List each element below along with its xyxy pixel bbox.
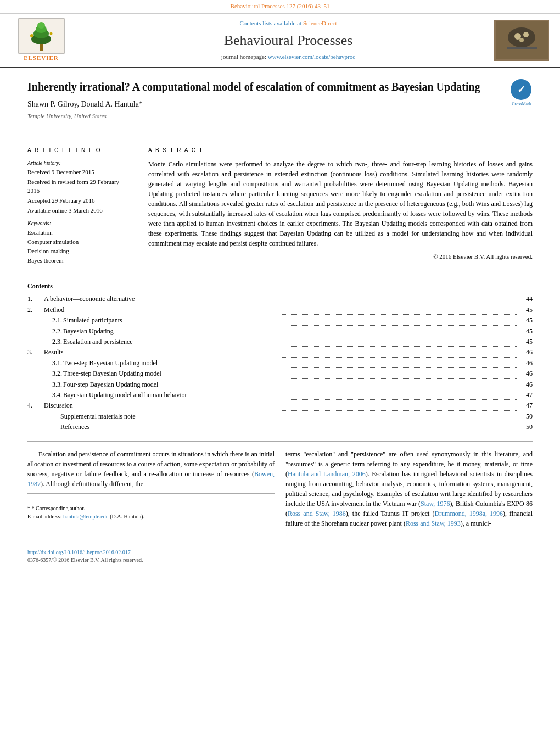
footnote-area: ___________ * * Corresponding author. E-…	[27, 493, 275, 521]
contents-item-3-3: 3.3. Four-step Bayesian Updating model 4…	[27, 380, 533, 389]
issn-notice: 0376-6357/© 2016 Elsevier B.V. All right…	[27, 556, 533, 565]
contents-title: Contents	[27, 282, 533, 291]
article-title: Inherently irrational? A computational m…	[27, 79, 502, 94]
ross-staw-86-ref[interactable]: Ross and Staw, 1986	[288, 510, 346, 517]
svg-point-5	[37, 22, 45, 29]
ross-staw-93-ref[interactable]: Ross and Staw, 1993	[406, 520, 461, 527]
copyright-notice: © 2016 Elsevier B.V. All rights reserved…	[148, 253, 533, 261]
crossmark-logo[interactable]: ✓ CrossMark	[511, 79, 533, 101]
contents-item-3-4: 3.4. Bayesian Updating model and human b…	[27, 390, 533, 400]
svg-point-7	[49, 32, 52, 35]
contents-item-2-3: 2.3. Escalation and persistence 45	[27, 337, 533, 347]
contents-item-3-2: 3.2. Three-step Bayesian Updating model …	[27, 369, 533, 378]
elsevier-logo: ELSEVIER	[11, 18, 71, 63]
body-left-para: Escalation and persistence of commitment…	[27, 449, 275, 489]
footnote-line: ___________	[27, 496, 275, 504]
contents-item-1: 1. A behavior—economic alternative 44	[27, 294, 533, 304]
contents-link: Contents lists available at ScienceDirec…	[82, 19, 494, 28]
article-content: Inherently irrational? A computational m…	[0, 68, 560, 544]
abstract-text: Monte Carlo simulations were performed t…	[148, 159, 533, 248]
contents-item-references: References 50	[27, 422, 533, 432]
homepage-link[interactable]: www.elsevier.com/locate/behavproc	[268, 53, 355, 60]
svg-point-12	[523, 32, 529, 37]
svg-rect-1	[40, 44, 43, 51]
contents-item-2: 2. Method 45	[27, 305, 533, 315]
journal-title: Behavioural Processes	[82, 30, 494, 51]
keyword-1: Escalation	[27, 228, 128, 237]
topbar-text: Behavioural Processes 127 (2016) 43–51	[231, 3, 330, 9]
accepted-date: Accepted 29 February 2016	[27, 197, 128, 205]
article-info-abstract: A R T I C L E I N F O Article history: R…	[27, 140, 533, 266]
svg-point-13	[519, 38, 524, 42]
contents-item-3-1: 3.1. Two-step Bayesian Updating model 46	[27, 359, 533, 368]
contents-item-4: 4. Discussion 47	[27, 401, 533, 410]
drummond-ref[interactable]: Drummond, 1998a, 1996	[434, 510, 503, 517]
email-link[interactable]: hantula@temple.edu	[63, 514, 109, 520]
article-title-section: Inherently irrational? A computational m…	[27, 79, 533, 133]
svg-rect-14	[507, 47, 537, 49]
contents-item-3: 3. Results 46	[27, 348, 533, 357]
elsevier-label: ELSEVIER	[24, 54, 59, 63]
hantula-ref[interactable]: Hantula and Landman, 2006	[288, 470, 366, 478]
journal-homepage: journal homepage: www.elsevier.com/locat…	[82, 53, 494, 62]
email-footnote: E-mail address: hantula@temple.edu (D.A.…	[27, 512, 275, 521]
journal-cover-icon	[496, 21, 548, 59]
sciencedirect-link[interactable]: ScienceDirect	[303, 20, 337, 26]
contents-section: Contents 1. A behavior—economic alternat…	[27, 275, 533, 432]
body-text-columns: Escalation and persistence of commitment…	[27, 441, 533, 533]
elsevier-tree-icon	[18, 18, 65, 54]
history-label: Article history:	[27, 159, 128, 168]
available-date: Available online 3 March 2016	[27, 207, 128, 215]
doi-link[interactable]: http://dx.doi.org/10.1016/j.beproc.2016.…	[27, 549, 533, 557]
footer: http://dx.doi.org/10.1016/j.beproc.2016.…	[0, 544, 560, 569]
journal-cover-image	[494, 20, 549, 61]
footnote-star-text: * * Corresponding author.	[27, 504, 275, 512]
revised-date: Received in revised form 29 February 201…	[27, 178, 128, 196]
body-left-column: Escalation and persistence of commitment…	[27, 449, 275, 533]
journal-citation: Behavioural Processes 127 (2016) 43–51	[0, 0, 560, 14]
article-info-heading: A R T I C L E I N F O	[27, 147, 128, 155]
article-info: A R T I C L E I N F O Article history: R…	[27, 147, 137, 266]
body-right-para: terms "escalation" and "persistence" are…	[285, 449, 533, 528]
contents-item-2-1: 2.1. Simulated participants 45	[27, 316, 533, 325]
staw-ref[interactable]: Staw, 1976	[421, 500, 450, 507]
contents-item-2-2: 2.2. Bayesian Updating 45	[27, 327, 533, 336]
crossmark-icon[interactable]: ✓	[511, 79, 531, 100]
bowen-ref[interactable]: Bowen, 1987	[27, 470, 275, 488]
keywords-label: Keywords:	[27, 220, 128, 228]
body-right-column: terms "escalation" and "persistence" are…	[285, 449, 533, 533]
abstract-section: A B S T R A C T Monte Carlo simulations …	[148, 147, 533, 266]
contents-item-supplemental: Supplemental materials note 50	[27, 412, 533, 421]
journal-header: ELSEVIER Contents lists available at Sci…	[0, 14, 560, 68]
keyword-2: Computer simulation	[27, 238, 128, 247]
abstract-heading: A B S T R A C T	[148, 147, 533, 155]
keyword-3: Decision-making	[27, 247, 128, 256]
article-affiliation: Temple University, United States	[27, 112, 502, 121]
journal-center: Contents lists available at ScienceDirec…	[82, 19, 494, 62]
article-authors: Shawn P. Gilroy, Donald A. Hantula*	[27, 99, 502, 110]
svg-point-6	[30, 34, 33, 37]
svg-point-10	[508, 27, 535, 47]
keyword-4: Bayes theorem	[27, 256, 128, 265]
received-date: Received 9 December 2015	[27, 168, 128, 177]
